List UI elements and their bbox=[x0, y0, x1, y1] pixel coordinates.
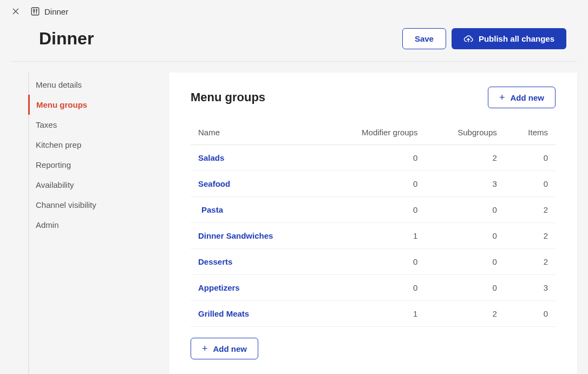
sidebar: Menu detailsMenu groupsTaxesKitchen prep… bbox=[28, 73, 158, 374]
group-link[interactable]: Dinner Sandwiches bbox=[198, 231, 273, 240]
cell-subgroups: 2 bbox=[425, 301, 504, 327]
col-name: Name bbox=[191, 122, 322, 145]
page-title: Dinner bbox=[39, 29, 94, 49]
content: Menu detailsMenu groupsTaxesKitchen prep… bbox=[0, 62, 588, 374]
save-button[interactable]: Save bbox=[402, 28, 446, 49]
add-new-bottom-button[interactable]: + Add new bbox=[191, 338, 258, 359]
plus-icon: + bbox=[202, 344, 208, 353]
panel-title: Menu groups bbox=[191, 90, 265, 104]
top-bar: Dinner bbox=[0, 0, 588, 22]
col-items: Items bbox=[505, 122, 556, 145]
cell-items: 3 bbox=[505, 275, 556, 301]
page-header: Dinner Save Publish all changes bbox=[11, 22, 577, 62]
menu-groups-table: Name Modifier groups Subgroups Items Sal… bbox=[191, 122, 556, 327]
group-link[interactable]: Salads bbox=[198, 153, 224, 162]
cell-modifier-groups: 0 bbox=[322, 171, 425, 197]
col-subgroups: Subgroups bbox=[425, 122, 504, 145]
cell-name: Salads bbox=[191, 145, 322, 171]
publish-button[interactable]: Publish all changes bbox=[452, 28, 566, 49]
add-new-top-button[interactable]: + Add new bbox=[488, 87, 556, 108]
cell-subgroups: 0 bbox=[425, 197, 504, 223]
publish-button-label: Publish all changes bbox=[479, 34, 554, 43]
sidebar-item-menu-details[interactable]: Menu details bbox=[28, 75, 158, 95]
table-row: Appetizers003 bbox=[191, 275, 556, 301]
sidebar-item-availability[interactable]: Availability bbox=[28, 175, 158, 195]
cell-subgroups: 2 bbox=[425, 145, 504, 171]
cell-name: Appetizers bbox=[191, 275, 322, 301]
cell-items: 2 bbox=[505, 197, 556, 223]
group-link[interactable]: Pasta bbox=[198, 205, 223, 214]
svg-rect-2 bbox=[31, 8, 39, 15]
sidebar-item-taxes[interactable]: Taxes bbox=[28, 115, 158, 135]
menu-groups-panel: Menu groups + Add new Name Modifier grou… bbox=[169, 73, 577, 374]
cell-items: 2 bbox=[505, 223, 556, 249]
utensils-icon bbox=[30, 6, 40, 16]
sidebar-item-kitchen-prep[interactable]: Kitchen prep bbox=[28, 135, 158, 155]
cell-modifier-groups: 0 bbox=[322, 197, 425, 223]
cell-name: Grilled Meats bbox=[191, 301, 322, 327]
group-link[interactable]: Appetizers bbox=[198, 283, 240, 292]
table-row: Dinner Sandwiches102 bbox=[191, 223, 556, 249]
group-link[interactable]: Seafood bbox=[198, 179, 230, 188]
cloud-upload-icon bbox=[463, 34, 473, 44]
cell-name: Dinner Sandwiches bbox=[191, 223, 322, 249]
cell-name: Pasta bbox=[191, 197, 322, 223]
table-row: Seafood030 bbox=[191, 171, 556, 197]
cell-name: Desserts bbox=[191, 249, 322, 275]
cell-modifier-groups: 0 bbox=[322, 249, 425, 275]
cell-modifier-groups: 0 bbox=[322, 145, 425, 171]
sidebar-item-channel-visibility[interactable]: Channel visibility bbox=[28, 195, 158, 215]
close-icon[interactable] bbox=[11, 6, 21, 16]
cell-subgroups: 3 bbox=[425, 171, 504, 197]
cell-items: 0 bbox=[505, 145, 556, 171]
sidebar-item-reporting[interactable]: Reporting bbox=[28, 155, 158, 175]
cell-items: 2 bbox=[505, 249, 556, 275]
add-new-label: Add new bbox=[511, 93, 545, 102]
cell-items: 0 bbox=[505, 171, 556, 197]
table-row: Pasta002 bbox=[191, 197, 556, 223]
cell-modifier-groups: 1 bbox=[322, 223, 425, 249]
add-new-label: Add new bbox=[213, 344, 247, 353]
save-button-label: Save bbox=[415, 34, 434, 43]
cell-items: 0 bbox=[505, 301, 556, 327]
header-actions: Save Publish all changes bbox=[402, 28, 566, 49]
cell-name: Seafood bbox=[191, 171, 322, 197]
cell-subgroups: 0 bbox=[425, 249, 504, 275]
col-modifier-groups: Modifier groups bbox=[322, 122, 425, 145]
plus-icon: + bbox=[499, 93, 505, 102]
table-row: Desserts002 bbox=[191, 249, 556, 275]
group-link[interactable]: Grilled Meats bbox=[198, 309, 249, 318]
sidebar-item-admin[interactable]: Admin bbox=[28, 215, 158, 235]
cell-modifier-groups: 0 bbox=[322, 275, 425, 301]
breadcrumb: Dinner bbox=[30, 6, 68, 16]
cell-modifier-groups: 1 bbox=[322, 301, 425, 327]
cell-subgroups: 0 bbox=[425, 223, 504, 249]
group-link[interactable]: Desserts bbox=[198, 257, 232, 266]
cell-subgroups: 0 bbox=[425, 275, 504, 301]
panel-header: Menu groups + Add new bbox=[191, 87, 556, 108]
table-row: Grilled Meats120 bbox=[191, 301, 556, 327]
sidebar-item-menu-groups[interactable]: Menu groups bbox=[28, 95, 158, 115]
breadcrumb-label: Dinner bbox=[44, 7, 68, 16]
table-row: Salads020 bbox=[191, 145, 556, 171]
